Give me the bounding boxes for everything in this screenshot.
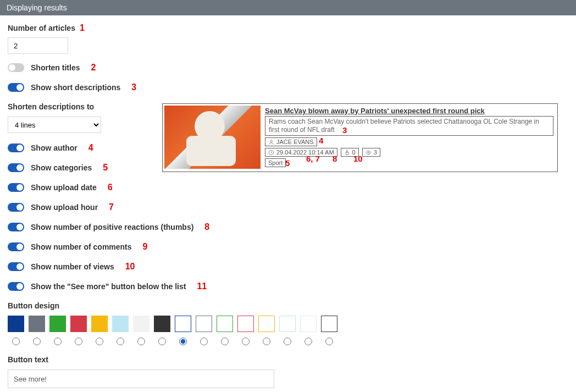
swatch-radio-4[interactable]: [91, 338, 108, 345]
panel-body: Number of articles 1 Shorten titles 2 Sh…: [0, 15, 576, 392]
toggle-show-thumbs[interactable]: [8, 223, 24, 231]
swatch-9[interactable]: [196, 316, 212, 332]
swatch-3[interactable]: [70, 316, 87, 332]
button-text-input[interactable]: [8, 369, 274, 388]
toggle-show-upload-date-label: Show upload date: [31, 183, 97, 192]
article-preview-body: Sean McVay blown away by Patriots' unexp…: [265, 106, 556, 170]
annotation-4: 4: [88, 143, 93, 153]
article-preview-card: Sean McVay blown away by Patriots' unexp…: [162, 103, 558, 172]
swatch-7[interactable]: [154, 316, 170, 332]
annotation-preview-3: 3: [342, 125, 347, 136]
num-articles-group: Number of articles 1: [8, 23, 568, 54]
swatch-radio-15[interactable]: [321, 338, 337, 345]
article-preview-desc-text: Rams coach Sean McVay couldn't believe P…: [269, 118, 539, 134]
swatch-13[interactable]: [279, 316, 296, 332]
thumbs-up-icon: [344, 150, 350, 156]
annotation-5: 5: [103, 163, 108, 173]
toggle-show-short-desc[interactable]: [8, 83, 24, 92]
button-design-label: Button design: [8, 301, 568, 310]
swatch-radio-0[interactable]: [8, 338, 24, 345]
swatch-row: [8, 316, 568, 332]
svg-point-0: [270, 140, 273, 142]
article-preview-thumbs-text: 0: [352, 149, 356, 156]
toggle-show-author-label: Show author: [31, 143, 77, 152]
panel-header: Displaying results: [0, 0, 576, 15]
toggle-show-comments-label: Show number of comments: [31, 242, 132, 251]
swatch-radio-14[interactable]: [300, 338, 317, 345]
annotation-preview-4: 4: [319, 136, 323, 145]
swatch-11[interactable]: [237, 316, 254, 332]
swatch-radio-10[interactable]: [217, 338, 233, 345]
swatch-10[interactable]: [217, 316, 233, 332]
article-preview-datetime-text: 29.04.2022 10:14 AM: [276, 149, 334, 156]
annotation-6: 6: [108, 183, 113, 192]
swatch-0[interactable]: [8, 316, 24, 332]
annotation-3: 3: [131, 82, 136, 92]
annotation-1: 1: [80, 23, 85, 33]
button-text-label: Button text: [8, 355, 568, 364]
swatch-radio-2[interactable]: [49, 338, 66, 345]
toggle-shorten-titles-label: Shorten titles: [31, 63, 80, 72]
article-preview-views-text: 3: [374, 149, 377, 156]
toggle-show-upload-hour-label: Show upload hour: [31, 203, 98, 212]
toggle-show-see-more-label: Show the "See more" button below the lis…: [31, 282, 186, 291]
swatch-8[interactable]: [175, 316, 191, 332]
toggle-show-author[interactable]: [8, 143, 24, 152]
user-icon: [268, 139, 274, 145]
annotation-7: 7: [109, 202, 114, 212]
swatch-15[interactable]: [321, 316, 337, 332]
swatch-radio-7[interactable]: [154, 338, 170, 345]
annotation-2: 2: [91, 63, 96, 73]
clock-icon: [268, 150, 274, 156]
swatch-4[interactable]: [91, 316, 108, 332]
article-preview-views: 3: [362, 148, 380, 157]
swatch-5[interactable]: [112, 316, 129, 332]
swatch-2[interactable]: [49, 316, 66, 332]
swatch-1[interactable]: [29, 316, 45, 332]
article-preview-image: [164, 106, 261, 169]
annotation-8: 8: [204, 222, 209, 232]
annotation-9: 9: [143, 242, 148, 252]
article-preview-author: JACE EVANS: [265, 137, 317, 146]
swatch-radio-9[interactable]: [196, 338, 212, 345]
swatch-radio-5[interactable]: [112, 338, 129, 345]
swatch-radio-13[interactable]: [279, 338, 296, 345]
radio-row: [8, 338, 568, 345]
toggle-show-short-desc-label: Show short descriptions: [31, 83, 120, 92]
annotation-11: 11: [197, 281, 207, 291]
article-preview-author-text: JACE EVANS: [276, 139, 314, 145]
swatch-radio-1[interactable]: [29, 338, 45, 345]
toggle-shorten-titles[interactable]: [8, 63, 24, 72]
svg-point-2: [368, 152, 369, 153]
article-preview-datetime: 29.04.2022 10:14 AM: [265, 148, 337, 157]
swatch-radio-8[interactable]: [175, 338, 191, 345]
article-preview-desc: Rams coach Sean McVay couldn't believe P…: [265, 116, 553, 136]
swatch-14[interactable]: [300, 316, 317, 332]
toggle-show-categories[interactable]: [8, 163, 24, 172]
toggle-show-categories-label: Show categories: [31, 163, 92, 172]
article-preview-thumbs: 0: [341, 148, 359, 157]
article-preview-title[interactable]: Sean McVay blown away by Patriots' unexp…: [265, 107, 553, 115]
toggle-show-upload-date[interactable]: [8, 183, 24, 192]
swatch-radio-6[interactable]: [133, 338, 149, 345]
toggle-show-thumbs-label: Show number of positive reactions (thumb…: [31, 223, 193, 231]
toggle-show-views-label: Show number of views: [31, 262, 114, 271]
swatch-radio-11[interactable]: [237, 338, 254, 345]
num-articles-label: Number of articles: [8, 24, 75, 32]
annotation-10: 10: [125, 262, 135, 272]
num-articles-input[interactable]: [8, 37, 68, 54]
swatch-12[interactable]: [258, 316, 275, 332]
swatch-radio-12[interactable]: [258, 338, 275, 345]
panel-title: Displaying results: [7, 3, 67, 12]
button-text-group: Button text: [8, 355, 568, 388]
shorten-desc-select[interactable]: 4 lines: [8, 117, 101, 133]
swatch-radio-3[interactable]: [70, 338, 87, 345]
article-preview-category: Sport: [265, 158, 286, 167]
toggle-show-comments[interactable]: [8, 242, 24, 251]
toggle-show-see-more[interactable]: [8, 282, 24, 291]
toggle-show-views[interactable]: [8, 262, 24, 271]
toggle-show-upload-hour[interactable]: [8, 203, 24, 212]
eye-icon: [365, 150, 372, 156]
button-design-group: Button design: [8, 301, 568, 345]
swatch-6[interactable]: [133, 316, 149, 332]
